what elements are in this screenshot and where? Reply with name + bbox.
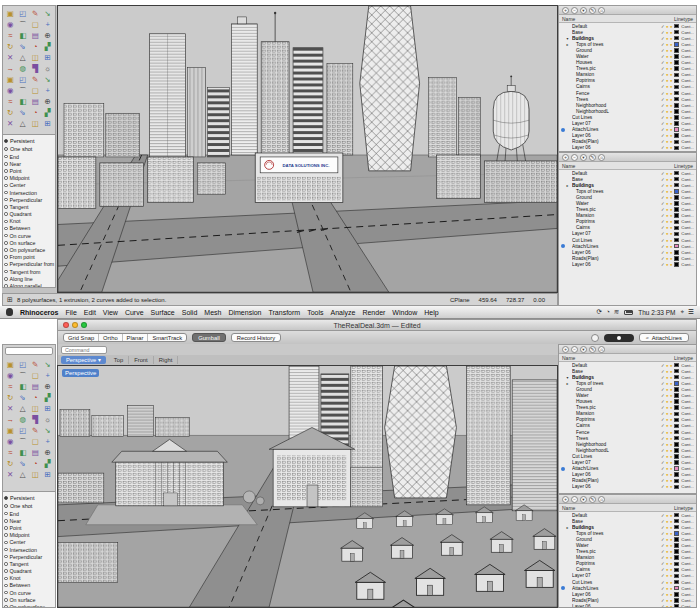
visibility-bulb-icon[interactable]: ● xyxy=(666,363,669,368)
layer-color-swatch[interactable] xyxy=(674,479,679,484)
visibility-bulb-icon[interactable]: ● xyxy=(666,472,669,477)
check-icon[interactable]: ✓ xyxy=(661,567,665,572)
tool-icon[interactable]: ◫ xyxy=(29,403,42,414)
layer-color-swatch[interactable] xyxy=(674,73,679,78)
render-bulb-icon[interactable]: ● xyxy=(670,484,673,489)
layer-color-swatch[interactable] xyxy=(674,387,679,392)
render-bulb-icon[interactable]: ● xyxy=(670,573,673,578)
render-bulb-icon[interactable]: ● xyxy=(670,48,673,53)
layer-linetype[interactable]: Cont... xyxy=(680,592,694,597)
layer-row-layer-07[interactable]: Layer 07✓●●Cont... xyxy=(559,460,696,466)
visibility-bulb-icon[interactable]: ● xyxy=(666,375,669,380)
viewport-perspective[interactable]: Perspective xyxy=(57,365,558,608)
check-icon[interactable]: ✓ xyxy=(661,91,665,96)
layer-row-default[interactable]: Default✓●●Cont... xyxy=(559,170,696,176)
layer-linetype[interactable]: Cont... xyxy=(680,189,694,194)
visibility-bulb-icon[interactable]: ● xyxy=(666,430,669,435)
layer-color-swatch[interactable] xyxy=(674,485,679,490)
visibility-bulb-icon[interactable]: ● xyxy=(666,460,669,465)
layer-row-attach-lines[interactable]: Attach/Lines✓●●Cont... xyxy=(559,585,696,591)
layer-linetype[interactable]: Cont... xyxy=(680,97,694,102)
layer-linetype[interactable]: Cont... xyxy=(680,201,694,206)
osnap-item-midpoint[interactable]: Midpoint xyxy=(4,175,54,182)
visibility-bulb-icon[interactable]: ● xyxy=(666,573,669,578)
menubar-status-icon[interactable]: ◔ xyxy=(606,308,610,316)
osnap-item-on-surface[interactable]: On surface xyxy=(4,239,54,246)
layer-linetype[interactable]: Cont... xyxy=(680,177,694,182)
check-icon[interactable]: ✓ xyxy=(661,219,665,224)
visibility-bulb-icon[interactable]: ● xyxy=(666,177,669,182)
check-icon[interactable]: ✓ xyxy=(661,30,665,35)
tool-icon[interactable]: ◍ xyxy=(17,63,30,74)
check-icon[interactable]: ✓ xyxy=(661,586,665,591)
menu-help[interactable]: Help xyxy=(424,309,438,316)
layer-color-swatch[interactable] xyxy=(674,201,679,206)
tool-icon[interactable]: ▞ xyxy=(42,41,55,52)
osnap-item-perpendicular[interactable]: Perpendicular xyxy=(4,196,54,203)
layer-color-swatch[interactable] xyxy=(674,79,679,84)
check-icon[interactable]: ✓ xyxy=(661,555,665,560)
layer-linetype[interactable]: Cont... xyxy=(680,381,694,386)
layer-color-swatch[interactable] xyxy=(674,226,679,231)
tool-icon[interactable]: ⊕ xyxy=(42,381,55,392)
render-bulb-icon[interactable]: ● xyxy=(670,30,673,35)
osnap-item-intersection[interactable]: Intersection xyxy=(4,189,54,196)
layer-row-layer-06[interactable]: Layer 06✓●●Cont... xyxy=(559,484,696,490)
layer-linetype[interactable]: Cont... xyxy=(680,375,694,380)
layer-color-swatch[interactable] xyxy=(674,195,679,200)
check-icon[interactable]: ✓ xyxy=(661,381,665,386)
check-icon[interactable]: ✓ xyxy=(661,573,665,578)
diagrid-tower[interactable] xyxy=(360,6,420,171)
tool-icon[interactable]: ↻ xyxy=(4,392,17,403)
layer-linetype[interactable]: Cont... xyxy=(680,171,694,176)
visibility-bulb-icon[interactable]: ● xyxy=(666,598,669,603)
check-icon[interactable]: ✓ xyxy=(661,375,665,380)
check-icon[interactable]: ✓ xyxy=(661,24,665,29)
osnap-mode-persistent[interactable]: Persistent xyxy=(4,494,54,502)
layers-toolbar-icon[interactable]: − xyxy=(571,346,578,353)
visibility-bulb-icon[interactable]: ● xyxy=(666,586,669,591)
osnap-item-end[interactable]: End xyxy=(4,510,54,517)
render-bulb-icon[interactable]: ● xyxy=(670,24,673,29)
check-icon[interactable]: ✓ xyxy=(661,183,665,188)
render-bulb-icon[interactable]: ● xyxy=(670,555,673,560)
layer-row-layer-06[interactable]: Layer 06✓●●Cont... xyxy=(559,145,696,151)
tool-icon[interactable]: ▞ xyxy=(42,392,55,403)
layer-linetype[interactable]: Cont... xyxy=(680,195,694,200)
check-icon[interactable]: ✓ xyxy=(661,109,665,114)
grid-icon[interactable]: ⊞ xyxy=(7,296,13,304)
layers-toolbar-icon[interactable]: ✎ xyxy=(589,496,596,503)
tool-icon[interactable]: △ xyxy=(17,469,30,480)
layer-color-swatch[interactable] xyxy=(674,543,679,548)
tool-icon[interactable]: ≈ xyxy=(4,30,17,41)
tool-icon[interactable]: ✕ xyxy=(4,52,17,63)
layer-linetype[interactable]: Cont... xyxy=(680,84,694,89)
smarttrack-button[interactable]: SmartTrack xyxy=(148,334,186,341)
menu-curve[interactable]: Curve xyxy=(125,309,144,316)
visibility-bulb-icon[interactable]: ● xyxy=(666,24,669,29)
layer-row-neighborhoodl[interactable]: NeighborhoodL✓●●Cont... xyxy=(559,447,696,453)
render-bulb-icon[interactable]: ● xyxy=(670,478,673,483)
check-icon[interactable]: ✓ xyxy=(661,139,665,144)
tool-icon[interactable]: ◰ xyxy=(17,359,30,370)
render-bulb-icon[interactable]: ● xyxy=(670,183,673,188)
tool-icon[interactable]: + xyxy=(42,85,55,96)
osnap-mode-one-shot[interactable]: One shot xyxy=(4,145,54,153)
visibility-bulb-icon[interactable]: ● xyxy=(666,121,669,126)
layers-toolbar-icon[interactable]: + xyxy=(562,496,569,503)
layer-color-swatch[interactable] xyxy=(674,513,679,518)
layers-toolbar-icon[interactable]: ▾ xyxy=(580,154,587,161)
layer-linetype[interactable]: Cont... xyxy=(680,466,694,471)
layer-linetype[interactable]: Cont... xyxy=(680,423,694,428)
layer-color-swatch[interactable] xyxy=(674,460,679,465)
minimize-button[interactable] xyxy=(72,322,78,328)
layer-color-swatch[interactable] xyxy=(674,549,679,554)
viewport-top[interactable]: DATA SOLUTIONS INC. xyxy=(57,5,558,293)
layer-color-swatch[interactable] xyxy=(674,171,679,176)
layer-row-trees[interactable]: Trees✓●●Cont... xyxy=(559,435,696,441)
check-icon[interactable]: ✓ xyxy=(661,207,665,212)
tool-icon[interactable]: ⊞ xyxy=(42,118,55,129)
layer-color-swatch[interactable] xyxy=(674,91,679,96)
diagrid-tower[interactable] xyxy=(385,366,457,498)
layer-color-swatch[interactable] xyxy=(674,213,679,218)
